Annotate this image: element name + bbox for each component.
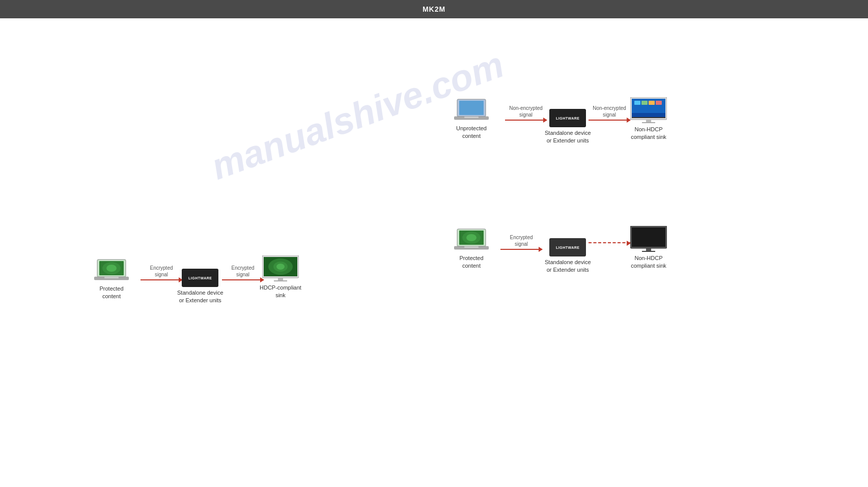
bl-sink-node: HDCP-compliantsink xyxy=(260,255,301,300)
bl-sink-monitor-icon xyxy=(262,255,299,282)
top-arrow2: Non-encryptedsignal xyxy=(586,105,632,121)
svg-rect-3 xyxy=(464,117,479,118)
svg-point-31 xyxy=(466,234,477,241)
top-arrow1: Non-encryptedsignal xyxy=(503,105,549,121)
br-lightware-label: Standalone deviceor Extender units xyxy=(545,259,591,274)
top-sink-monitor-icon xyxy=(630,97,667,124)
top-arrow2-line xyxy=(589,120,630,121)
svg-rect-37 xyxy=(642,251,655,252)
bl-arrow1-label: Encryptedsignal xyxy=(150,265,173,278)
svg-rect-9 xyxy=(646,120,651,122)
svg-rect-26 xyxy=(278,278,283,280)
top-source-laptop-icon xyxy=(454,97,489,123)
br-arrow1: Encryptedsignal xyxy=(498,234,544,250)
svg-rect-12 xyxy=(641,101,648,105)
svg-rect-11 xyxy=(634,101,640,105)
br-lightware-node: LIGHTWARE Standalone deviceor Extender u… xyxy=(545,238,591,274)
svg-rect-20 xyxy=(104,277,119,278)
top-source-node: Unprotectedcontent xyxy=(454,97,489,140)
br-arrow1-label: Encryptedsignal xyxy=(510,234,533,247)
bl-sink-label: HDCP-compliantsink xyxy=(260,284,301,300)
bl-lightware-box: LIGHTWARE xyxy=(182,269,218,287)
svg-rect-35 xyxy=(632,227,665,247)
top-arrow1-line xyxy=(505,120,547,121)
top-sink-label: Non-HDCPcompliant sink xyxy=(631,126,666,141)
svg-rect-36 xyxy=(646,248,651,251)
svg-rect-33 xyxy=(464,246,479,248)
top-arrow1-label: Non-encryptedsignal xyxy=(509,105,543,118)
bl-arrow2-label: Encryptedsignal xyxy=(231,265,254,278)
br-lightware-text: LIGHTWARE xyxy=(556,246,580,249)
top-lightware-box: LIGHTWARE xyxy=(549,109,586,127)
br-source-node: Protectedcontent xyxy=(454,227,489,270)
br-sink-node: Non-HDCPcompliant sink xyxy=(630,226,667,270)
bl-source-laptop-icon xyxy=(94,257,129,283)
bl-lightware-node: LIGHTWARE Standalone deviceor Extender u… xyxy=(177,269,223,305)
top-sink-node: Non-HDCPcompliant sink xyxy=(630,97,667,141)
main-content: manualshive.com Unprotectedcontent Non-e… xyxy=(0,18,868,487)
bl-lightware-text: LIGHTWARE xyxy=(188,276,212,280)
br-sink-label: Non-HDCPcompliant sink xyxy=(631,254,666,270)
bl-source-node: Protectedcontent xyxy=(94,257,129,301)
br-source-laptop-icon xyxy=(454,227,489,252)
topbar: MK2M xyxy=(0,0,868,18)
bl-arrow2-line xyxy=(222,279,264,280)
top-lightware-label: Standalone deviceor Extender units xyxy=(545,129,591,145)
bl-source-label: Protectedcontent xyxy=(99,285,123,301)
topbar-title: MK2M xyxy=(423,5,445,13)
br-lightware-box: LIGHTWARE xyxy=(549,238,586,256)
svg-rect-1 xyxy=(459,101,484,115)
top-lightware-text: LIGHTWARE xyxy=(556,117,580,120)
svg-point-25 xyxy=(276,264,285,270)
top-source-label: Unprotectedcontent xyxy=(456,125,487,140)
br-sink-monitor-icon xyxy=(630,226,667,252)
svg-point-18 xyxy=(106,265,117,272)
bl-lightware-label: Standalone deviceor Extender units xyxy=(177,289,223,305)
br-arrow1-line xyxy=(500,249,542,250)
br-source-label: Protectedcontent xyxy=(459,254,483,270)
svg-rect-14 xyxy=(656,101,662,105)
svg-rect-27 xyxy=(274,280,287,281)
svg-rect-10 xyxy=(642,122,655,123)
br-arrow2 xyxy=(586,242,632,243)
svg-rect-8 xyxy=(632,117,665,118)
top-arrow2-label: Non-encryptedsignal xyxy=(593,105,626,118)
top-lightware-node: LIGHTWARE Standalone deviceor Extender u… xyxy=(545,109,591,145)
svg-rect-13 xyxy=(649,101,655,105)
bl-arrow2: Encryptedsignal xyxy=(220,265,266,280)
bl-arrow1-line xyxy=(141,279,182,280)
br-arrow2-line xyxy=(589,242,630,243)
